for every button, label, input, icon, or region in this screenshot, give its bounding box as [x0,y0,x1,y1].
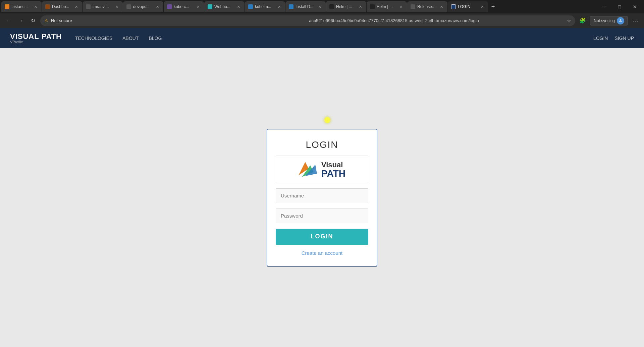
tab-imranvi[interactable]: imranvi... ✕ [83,1,123,12]
site-logo: VISUAL PATH VProfile [10,33,62,44]
tab-close-icon[interactable]: ✕ [358,4,363,10]
nav-login[interactable]: LOGIN [593,36,608,41]
not-secure-icon: ⚠ [44,18,48,23]
tab-title: Helm | ... [377,4,396,9]
tab-favicon [5,4,9,9]
tab-title: kubeim... [255,4,275,9]
login-title: LOGIN [306,139,338,150]
tab-bar: Instanc... ✕ Dashbo... ✕ imranvi... ✕ de… [0,0,644,13]
vp-logo-icon [299,162,319,177]
address-bar: ← → ↻ ⚠ Not secure acb521e996bba45c9bc9a… [0,13,644,28]
tab-devops[interactable]: devops... ✕ [123,1,163,12]
tab-close-icon[interactable]: ✕ [317,4,322,10]
tab-dashboard[interactable]: Dashbo... ✕ [42,1,82,12]
tab-helm2[interactable]: Helm | ... ✕ [367,1,407,12]
tab-title: imranvi... [93,4,112,9]
site-nav-links: TECHNOLOGIES ABOUT BLOG [75,36,593,41]
tab-close-icon[interactable]: ✕ [236,4,241,10]
tab-close-icon[interactable]: ✕ [196,4,201,10]
tab-favicon [167,4,172,9]
tab-title: devops... [133,4,153,9]
back-button[interactable]: ← [4,16,13,25]
tab-title: Webho... [214,4,234,9]
main-area: LOGIN Visual [0,48,644,347]
tab-favicon [451,4,456,9]
login-button[interactable]: LOGIN [276,229,368,245]
tab-close-icon[interactable]: ✕ [277,4,282,10]
minimize-button[interactable]: ─ [596,0,612,13]
maximize-button[interactable]: □ [612,0,627,13]
tab-favicon [86,4,91,9]
browser-window: Instanc... ✕ Dashbo... ✕ imranvi... ✕ de… [0,0,644,347]
close-button[interactable]: ✕ [627,0,643,13]
tab-favicon [329,4,334,9]
tab-title: Helm | ... [336,4,356,9]
tab-close-icon[interactable]: ✕ [74,4,79,10]
window-controls: ─ □ ✕ [596,0,643,13]
tab-release[interactable]: Release... ✕ [407,1,447,12]
tab-close-icon[interactable]: ✕ [439,4,444,10]
reload-button[interactable]: ↻ [28,16,38,25]
tab-login[interactable]: LOGIN ✕ [448,1,488,12]
tab-instance[interactable]: Instanc... ✕ [1,1,42,12]
address-security-label: Not secure [51,18,306,23]
new-tab-button[interactable]: + [488,2,498,11]
tab-title: Dashbo... [52,4,72,9]
vp-logo-text: Visual PATH [321,161,345,178]
extensions-button[interactable]: 🧩 [578,16,587,25]
tab-kubec[interactable]: kube-c... ✕ [164,1,204,12]
page-content: VISUAL PATH VProfile TECHNOLOGIES ABOUT … [0,28,644,347]
site-logo-sub: VProfile [10,40,62,44]
vp-logo: Visual PATH [299,161,345,178]
tab-title: Release... [417,4,437,9]
tab-favicon [370,4,375,9]
tab-favicon [126,4,131,9]
address-url: acb521e996bba45c9bc9a04ec7770cf7-4182688… [309,18,564,23]
site-navigation: VISUAL PATH VProfile TECHNOLOGIES ABOUT … [0,28,644,48]
address-input-wrap[interactable]: ⚠ Not secure acb521e996bba45c9bc9a04ec77… [40,15,575,26]
nav-about[interactable]: ABOUT [122,36,139,41]
tab-close-icon[interactable]: ✕ [114,4,119,10]
bookmark-star-icon[interactable]: ☆ [567,18,571,23]
more-options-button[interactable]: ⋯ [631,16,640,25]
tab-close-icon[interactable]: ✕ [155,4,160,10]
tab-install[interactable]: Install D... ✕ [285,1,326,12]
not-syncing-button[interactable]: Not syncing A [590,16,628,25]
password-input[interactable] [276,209,368,223]
tab-favicon [208,4,212,9]
site-logo-top: VISUAL PATH [10,33,62,40]
tab-close-icon[interactable]: ✕ [33,4,38,10]
nav-signup[interactable]: SIGN UP [614,36,634,41]
site-nav-right: LOGIN SIGN UP [593,36,634,41]
tab-title: Instanc... [11,4,31,9]
forward-button[interactable]: → [16,16,25,25]
tab-favicon [45,4,50,9]
tab-favicon [411,4,415,9]
tab-kubeim[interactable]: kubeim... ✕ [245,1,285,12]
tab-favicon [289,4,293,9]
not-syncing-label: Not syncing [594,18,615,23]
tab-title-login: LOGIN [458,4,478,9]
cursor-indicator [324,117,330,123]
tab-favicon [248,4,253,9]
tab-title: kube-c... [174,4,194,9]
nav-blog[interactable]: BLOG [149,36,162,41]
vp-logo-path: PATH [321,169,345,178]
login-card: LOGIN Visual [267,129,377,266]
tab-title: Install D... [296,4,315,9]
create-account-link[interactable]: Create an account [302,250,343,256]
logo-container: Visual PATH [276,156,368,183]
avatar: A [617,17,624,24]
tab-helm1[interactable]: Helm | ... ✕ [326,1,366,12]
nav-technologies[interactable]: TECHNOLOGIES [75,36,112,41]
tab-close-icon[interactable]: ✕ [398,4,404,10]
username-input[interactable] [276,188,368,203]
tab-webhook[interactable]: Webho... ✕ [204,1,245,12]
tab-close-icon[interactable]: ✕ [480,4,485,10]
